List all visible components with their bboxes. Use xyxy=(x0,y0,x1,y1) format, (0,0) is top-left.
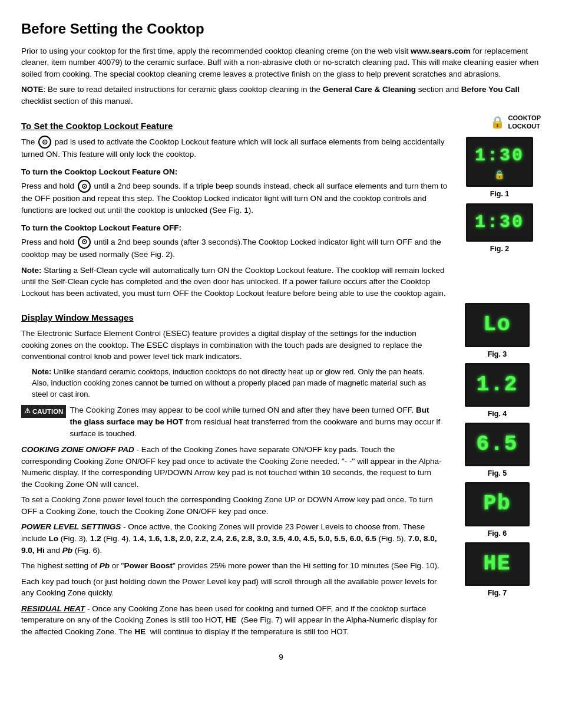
fig1-label: Fig. 1 xyxy=(490,189,510,199)
caution-badge: CAUTION xyxy=(21,405,66,417)
residual-heat-title: RESIDUAL HEAT xyxy=(21,604,85,613)
power-levels-1: 1.4, 1.6, 1.8, 2.0, 2.2, 2.4, 2.6, 2.8, … xyxy=(133,534,348,543)
cooktop-lockout-label: COOKTOPLOCKOUT xyxy=(508,114,541,131)
section1-content: To Set the Cooktop Lockout Feature The ⊙… xyxy=(21,111,454,304)
section1-intro-p: The ⊙ pad is used to activate the Cookto… xyxy=(21,136,454,160)
page-title: Before Setting the Cooktop xyxy=(21,19,541,39)
lockout-pad-icon-2: ⊙ xyxy=(78,180,91,193)
he-label-1: HE xyxy=(226,615,237,624)
fig6-text: Pb xyxy=(483,489,511,519)
fig3-text: Lo xyxy=(483,309,511,340)
cooking-zone-title: COOKING ZONE ON/OFF PAD xyxy=(21,445,134,454)
fig6-label: Fig. 6 xyxy=(488,528,507,539)
fig1-lock-indicator: 🔒 xyxy=(494,169,504,180)
lockout-off-paragraph: Press and hold ⊙ until a 2nd beep sounds… xyxy=(21,236,454,261)
caution-hot-warning: But the glass surface may be HOT xyxy=(70,406,429,426)
fig3-display: Lo xyxy=(465,303,530,347)
figure-4-container: 1.2 Fig. 4 xyxy=(465,363,530,419)
section2-p1: The Electronic Surface Element Control (… xyxy=(21,328,443,363)
section2-layout: Display Window Messages The Electronic S… xyxy=(21,303,541,641)
general-care-link: General Care & Cleaning xyxy=(323,85,416,94)
section2-figures: Lo Fig. 3 1.2 Fig. 4 6.5 Fig. 5 xyxy=(454,303,541,641)
fig4-text: 1.2 xyxy=(477,370,518,400)
self-clean-note: Note: Starting a Self-Clean cycle will a… xyxy=(21,265,454,299)
lock-icon: 🔒 xyxy=(490,114,505,131)
fig4-label: Fig. 4 xyxy=(488,409,507,419)
note-paragraph: NOTE: Be sure to read detailed instructi… xyxy=(21,84,541,107)
power-boost-p: The highest setting of Pb or "Power Boos… xyxy=(21,560,443,572)
lockout-pad-icon: ⊙ xyxy=(38,136,51,149)
note-label-2: Note: xyxy=(32,367,51,376)
note-label: NOTE xyxy=(21,85,44,94)
induction-note: Note: Unlike standard ceramic cooktops, … xyxy=(32,367,443,400)
scroll-p: Each key pad touch (or just holding down… xyxy=(21,576,443,599)
fig1-display: 1:30 🔒 xyxy=(466,137,533,187)
figure-7-container: HE Fig. 7 xyxy=(465,542,530,598)
section2-title: Display Window Messages xyxy=(21,311,443,324)
fig4-display: 1.2 xyxy=(465,363,530,407)
fig7-text: HE xyxy=(483,549,511,579)
power-lo: Lo xyxy=(49,534,59,543)
page-number: 9 xyxy=(21,651,541,663)
figure-3-container: Lo Fig. 3 xyxy=(465,303,530,359)
section2-content: Display Window Messages The Electronic S… xyxy=(21,303,454,641)
fig2-label: Fig. 2 xyxy=(490,243,510,254)
fig1-text: 1:30 xyxy=(475,143,524,169)
website-link: www.sears.com xyxy=(411,47,471,55)
caution-block: CAUTION The Cooking Zones may appear to … xyxy=(21,404,443,439)
he-label-2: HE xyxy=(134,627,146,636)
fig5-display: 6.5 xyxy=(465,423,530,466)
fig3-label: Fig. 3 xyxy=(488,349,507,360)
cooking-zone-paragraph: COOKING ZONE ON/OFF PAD - Each of the Co… xyxy=(21,444,443,490)
residual-heat-p: RESIDUAL HEAT - Once any Cooking Zone ha… xyxy=(21,603,443,638)
power-level-title: POWER LEVEL SETTINGS xyxy=(21,522,121,531)
figure-1-container: 1:30 🔒 Fig. 1 xyxy=(466,137,533,200)
fig5-label: Fig. 5 xyxy=(488,468,507,479)
section1-layout: To Set the Cooktop Lockout Feature The ⊙… xyxy=(21,111,541,304)
figure-6-container: Pb Fig. 6 xyxy=(465,482,530,538)
section1-title: To Set the Cooktop Lockout Feature xyxy=(21,120,454,133)
pb-label: Pb xyxy=(100,561,110,570)
before-you-call-link: Before You Call xyxy=(461,85,520,94)
power-12: 1.2 xyxy=(90,534,101,543)
cooktop-lockout-badge: 🔒 COOKTOPLOCKOUT xyxy=(490,114,541,131)
figure-5-container: 6.5 Fig. 5 xyxy=(465,423,530,479)
fig6-display: Pb xyxy=(465,482,530,526)
fig5-text: 6.5 xyxy=(477,429,518,460)
fig2-display: 1:30 xyxy=(466,203,533,242)
page-wrapper: Before Setting the Cooktop Prior to usin… xyxy=(21,19,541,663)
section1-figures: 🔒 COOKTOPLOCKOUT 1:30 🔒 Fig. 1 1:30 Fi xyxy=(454,111,541,304)
power-level-set-p: To set a Cooking Zone power level touch … xyxy=(21,494,443,517)
lockout-on-paragraph: Press and hold ⊙ until a 2nd beep sounds… xyxy=(21,180,454,216)
figure-2-container: 1:30 Fig. 2 xyxy=(466,203,533,255)
lockout-off-title: To turn the Cooktop Lockout Feature OFF: xyxy=(21,222,454,234)
power-levels-2: 6.0, 6.5 xyxy=(350,534,376,543)
lockout-pad-icon-3: ⊙ xyxy=(78,236,91,249)
power-boost-label: Power Boost xyxy=(124,561,173,570)
fig7-label: Fig. 7 xyxy=(488,588,507,598)
caution-text: The Cooking Zones may appear to be cool … xyxy=(70,404,443,439)
lockout-on-title: To turn the Cooktop Lockout Feature ON: xyxy=(21,166,454,178)
power-level-settings-p: POWER LEVEL SETTINGS - Once active, the … xyxy=(21,521,443,556)
note-prefix: Note: xyxy=(21,266,42,275)
power-pb: Pb xyxy=(62,546,72,555)
fig2-text: 1:30 xyxy=(475,210,524,236)
intro-paragraph: Prior to using your cooktop for the firs… xyxy=(21,45,541,80)
fig7-display: HE xyxy=(465,542,530,586)
